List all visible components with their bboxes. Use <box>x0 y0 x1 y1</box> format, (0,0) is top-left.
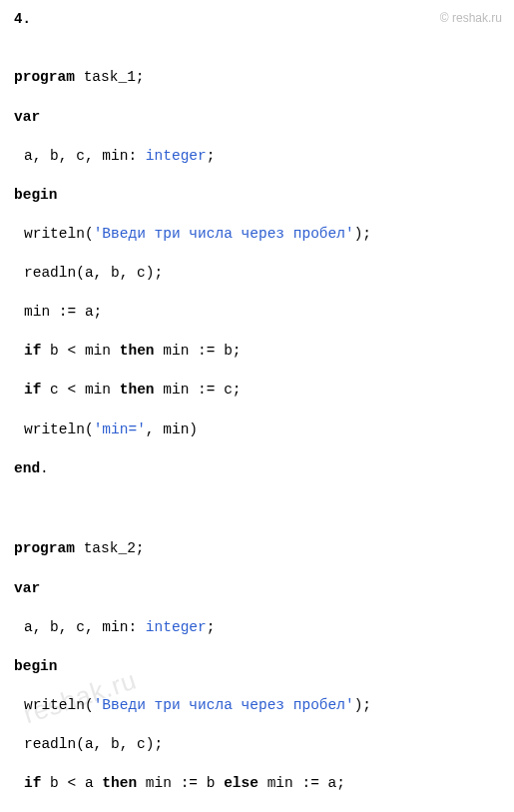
cond: b < min <box>41 343 119 359</box>
kw-if: if <box>24 343 41 359</box>
body: min := b; <box>155 343 242 359</box>
type-integer: integer <box>146 148 207 164</box>
body: min := a; <box>258 775 345 791</box>
writeln-close: ); <box>354 226 371 242</box>
body: min := b <box>137 775 224 791</box>
cond: c < min <box>41 382 119 398</box>
program-name: task_1; <box>84 69 145 85</box>
assign-min: min := a; <box>24 304 102 320</box>
writeln-close: ); <box>354 697 371 713</box>
kw-begin: begin <box>14 658 58 674</box>
var-decl: a, b, c, min: <box>24 148 146 164</box>
program-name: task_2; <box>84 540 145 556</box>
type-integer: integer <box>146 619 207 635</box>
readln-call: readln(a, b, c); <box>24 736 163 752</box>
cond: b < a <box>41 775 102 791</box>
kw-begin: begin <box>14 187 58 203</box>
writeln-call: writeln( <box>24 697 94 713</box>
kw-then: then <box>102 775 137 791</box>
program-name <box>75 69 84 85</box>
writeln-close: , min) <box>146 421 198 437</box>
code-block-2: program task_2; var a, b, c, min: intege… <box>14 520 514 812</box>
kw-var: var <box>14 109 40 125</box>
end-dot: . <box>40 460 49 476</box>
kw-program: program <box>14 540 75 556</box>
readln-call: readln(a, b, c); <box>24 265 163 281</box>
kw-if: if <box>24 775 41 791</box>
kw-else: else <box>224 775 258 791</box>
body: min := c; <box>155 382 242 398</box>
var-decl: a, b, c, min: <box>24 619 146 635</box>
string-literal: 'Введи три числа через пробел' <box>94 697 354 713</box>
semicolon: ; <box>207 148 216 164</box>
writeln-call: writeln( <box>24 226 94 242</box>
string-literal: 'Введи три числа через пробел' <box>94 226 354 242</box>
kw-var: var <box>14 580 40 596</box>
kw-program: program <box>14 69 75 85</box>
writeln-call: writeln( <box>24 421 94 437</box>
kw-then: then <box>120 382 155 398</box>
semicolon: ; <box>207 619 216 635</box>
kw-if: if <box>24 382 41 398</box>
kw-then: then <box>120 343 155 359</box>
code-block-1: program task_1; var a, b, c, min: intege… <box>14 49 514 498</box>
watermark-top: © reshak.ru <box>440 10 502 26</box>
kw-end: end <box>14 460 40 476</box>
string-literal: 'min=' <box>94 421 146 437</box>
